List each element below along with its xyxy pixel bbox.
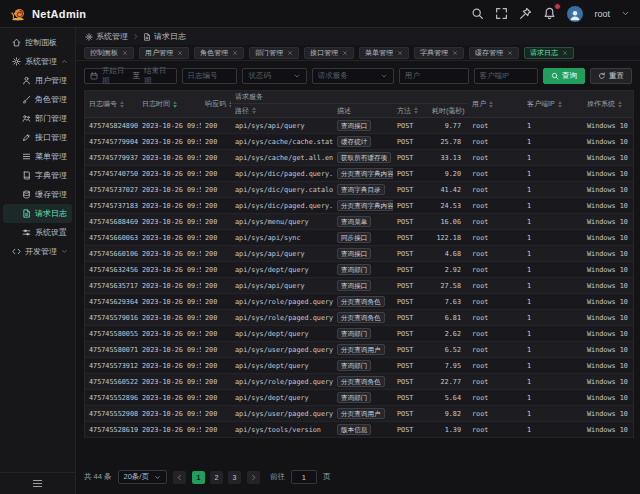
column-header-method[interactable]: 方法 [393, 104, 428, 117]
sort-icon[interactable] [558, 101, 562, 108]
column-header-ip[interactable]: 客户端IP [523, 91, 583, 117]
status-code-select[interactable]: 状态码 [242, 68, 307, 84]
log-id-field[interactable] [182, 68, 238, 84]
sidebar-item-cache[interactable]: 缓存管理 [3, 185, 72, 204]
close-icon[interactable] [287, 50, 293, 56]
cell-time: 2023-10-26 09:54:45 [138, 118, 201, 133]
reset-button[interactable]: 重置 [590, 68, 632, 84]
prev-page-button[interactable] [173, 471, 186, 484]
table-row[interactable]: 4757456600637492023-10-26 09:54:04200api… [85, 230, 633, 246]
column-header-time[interactable]: 日志时间 [138, 91, 201, 117]
sidebar-item-menu[interactable]: 菜单管理 [3, 147, 72, 166]
table-row[interactable]: 4757457407508532023-10-26 09:54:24200api… [85, 166, 633, 182]
sidebar-item-dict[interactable]: 字典管理 [3, 166, 72, 185]
table-row[interactable]: 4757455790161972023-10-26 09:53:45200api… [85, 310, 633, 326]
page-number-3[interactable]: 3 [228, 471, 241, 484]
avatar[interactable] [567, 6, 583, 22]
fullscreen-icon[interactable] [495, 7, 508, 20]
pin-icon[interactable] [519, 7, 532, 20]
date-range-picker[interactable]: 开始日期 至 结束日期 [84, 68, 177, 84]
sort-icon[interactable] [120, 101, 124, 108]
sort-icon[interactable] [252, 107, 256, 114]
close-icon[interactable] [452, 50, 458, 56]
sort-icon[interactable] [173, 101, 177, 108]
breadcrumb-item-requestlog[interactable]: 请求日志 [143, 31, 186, 42]
tab-menu[interactable]: 菜单管理 [359, 47, 409, 59]
breadcrumb-item-system[interactable]: 系统管理 [85, 31, 128, 42]
search-button[interactable]: 查询 [543, 68, 585, 84]
column-header-os[interactable]: 操作系统 [583, 91, 635, 117]
page-size-select[interactable]: 20条/页 [118, 470, 167, 484]
tab-api[interactable]: 接口管理 [304, 47, 354, 59]
tab-role[interactable]: 角色管理 [194, 47, 244, 59]
table-row[interactable]: 4757456293642292023-10-26 09:53:57200api… [85, 294, 633, 310]
tab-user[interactable]: 用户管理 [139, 47, 189, 59]
next-page-button[interactable] [247, 471, 260, 484]
sort-icon[interactable] [489, 101, 493, 108]
column-header-user[interactable]: 用户 [468, 91, 523, 117]
status-code-placeholder: 状态码 [248, 71, 271, 81]
sort-icon[interactable] [414, 107, 418, 114]
page-number-2[interactable]: 2 [210, 471, 223, 484]
column-header-id[interactable]: 日志编号 [85, 91, 138, 117]
table-row[interactable]: 4757455605227572023-10-26 09:53:40200api… [85, 374, 633, 390]
sort-icon[interactable] [618, 101, 622, 108]
close-icon[interactable] [507, 50, 513, 56]
table-row[interactable]: 4757457799045172023-10-26 09:54:34200api… [85, 134, 633, 150]
app-logo[interactable]: NetAdmin [10, 6, 86, 22]
table-row[interactable]: 4757455529082932023-10-26 09:53:38200api… [85, 406, 633, 422]
close-icon[interactable] [232, 50, 238, 56]
notification-icon[interactable] [543, 7, 556, 20]
log-id-input[interactable] [188, 71, 232, 80]
close-icon[interactable] [342, 50, 348, 56]
sidebar-item-system[interactable]: 系统管理 [3, 52, 72, 71]
table-row[interactable]: 4757456601068052023-10-26 09:54:04200api… [85, 246, 633, 262]
column-header-path[interactable]: 路径 [231, 104, 333, 117]
user-input[interactable] [405, 71, 463, 80]
tab-dict[interactable]: 字典管理 [414, 47, 464, 59]
user-field[interactable] [399, 68, 469, 84]
sidebar-collapse-icon[interactable] [32, 478, 43, 489]
tab-cache[interactable]: 缓存管理 [469, 47, 519, 59]
client-ip-field[interactable] [474, 68, 539, 84]
tab-requestlog[interactable]: 请求日志 [524, 47, 574, 59]
table-row[interactable]: 4757455800553012023-10-26 09:53:45200api… [85, 326, 633, 342]
table-row[interactable]: 4757456324567092023-10-26 09:53:58200api… [85, 262, 633, 278]
table-row[interactable]: 4757456884695092023-10-26 09:54:11200api… [85, 214, 633, 230]
table-row[interactable]: 4757457799372852023-10-26 09:54:34200api… [85, 150, 633, 166]
table-row[interactable]: 4757458248908852023-10-26 09:54:45200api… [85, 118, 633, 134]
client-ip-input[interactable] [480, 71, 533, 80]
close-icon[interactable] [122, 50, 128, 56]
tab-dept[interactable]: 部门管理 [249, 47, 299, 59]
tab-dashboard[interactable]: 控制面板 [84, 47, 134, 59]
sidebar-item-dashboard[interactable]: 控制面板 [3, 33, 72, 52]
table-row[interactable]: 4757456357171252023-10-26 09:53:58200api… [85, 278, 633, 294]
sidebar-item-api[interactable]: 接口管理 [3, 128, 72, 147]
table-row[interactable]: 4757457370275892023-10-26 09:54:23200api… [85, 182, 633, 198]
org-icon [22, 114, 31, 123]
sidebar-item-requestlog[interactable]: 请求日志 [3, 204, 72, 223]
table-row[interactable]: 4757455286190132023-10-26 09:53:32200api… [85, 422, 633, 438]
close-icon[interactable] [562, 50, 568, 56]
search-icon[interactable] [471, 7, 484, 20]
sidebar-item-dev[interactable]: 开发管理 [3, 242, 72, 261]
column-header-code[interactable]: 响应码 [201, 91, 231, 117]
table-row[interactable]: 4757455800716852023-10-26 09:53:45200api… [85, 342, 633, 358]
cell-path: api/sys/dic/query.catalog [231, 182, 333, 197]
user-name[interactable]: root [594, 9, 610, 19]
page-number-1[interactable]: 1 [192, 471, 205, 484]
sidebar-item-role[interactable]: 角色管理 [3, 90, 72, 109]
close-icon[interactable] [397, 50, 403, 56]
desc-tag: 查询部门 [337, 264, 371, 275]
sidebar-item-dept[interactable]: 部门管理 [3, 109, 72, 128]
table-row[interactable]: 4757455528960052023-10-26 09:53:38200api… [85, 390, 633, 406]
goto-page-input[interactable] [291, 470, 317, 484]
column-header-duration[interactable]: 耗时(毫秒) [428, 104, 468, 117]
chevron-down-icon[interactable] [621, 9, 630, 18]
table-row[interactable]: 4757455739125812023-10-26 09:53:43200api… [85, 358, 633, 374]
table-row[interactable]: 4757457371832372023-10-26 09:54:23200api… [85, 198, 633, 214]
close-icon[interactable] [177, 50, 183, 56]
sidebar-item-settings[interactable]: 系统设置 [3, 223, 72, 242]
sidebar-item-user[interactable]: 用户管理 [3, 71, 72, 90]
service-select[interactable]: 请求服务 [312, 68, 394, 84]
